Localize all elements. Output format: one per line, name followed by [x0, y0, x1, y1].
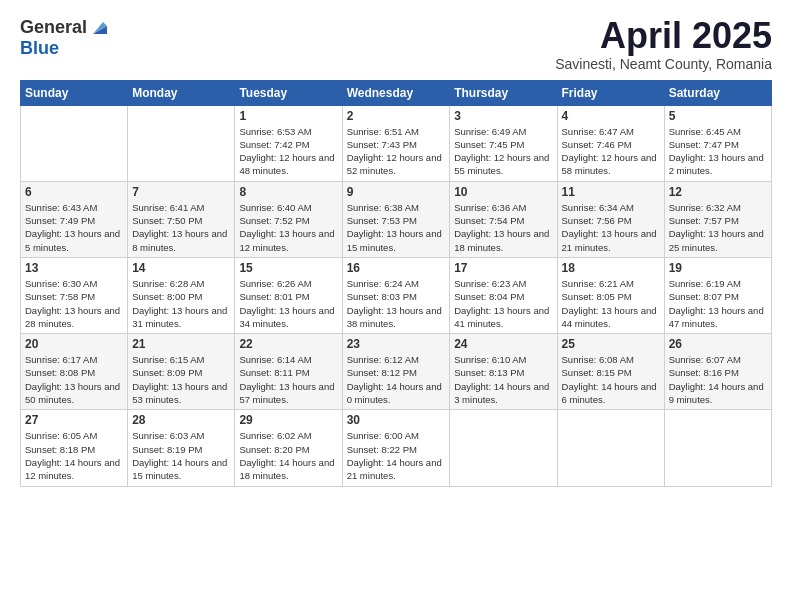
logo-general: General — [20, 17, 87, 38]
day-cell: 17Sunrise: 6:23 AM Sunset: 8:04 PM Dayli… — [450, 257, 557, 333]
title-block: April 2025 Savinesti, Neamt County, Roma… — [555, 16, 772, 72]
day-number: 15 — [239, 261, 337, 275]
day-number: 28 — [132, 413, 230, 427]
day-cell: 12Sunrise: 6:32 AM Sunset: 7:57 PM Dayli… — [664, 181, 771, 257]
day-cell: 22Sunrise: 6:14 AM Sunset: 8:11 PM Dayli… — [235, 334, 342, 410]
header-thursday: Thursday — [450, 80, 557, 105]
day-cell: 20Sunrise: 6:17 AM Sunset: 8:08 PM Dayli… — [21, 334, 128, 410]
header-saturday: Saturday — [664, 80, 771, 105]
day-cell: 9Sunrise: 6:38 AM Sunset: 7:53 PM Daylig… — [342, 181, 450, 257]
day-number: 29 — [239, 413, 337, 427]
day-info: Sunrise: 6:14 AM Sunset: 8:11 PM Dayligh… — [239, 353, 337, 406]
day-info: Sunrise: 6:17 AM Sunset: 8:08 PM Dayligh… — [25, 353, 123, 406]
week-row-1: 6Sunrise: 6:43 AM Sunset: 7:49 PM Daylig… — [21, 181, 772, 257]
day-info: Sunrise: 6:05 AM Sunset: 8:18 PM Dayligh… — [25, 429, 123, 482]
day-number: 11 — [562, 185, 660, 199]
day-info: Sunrise: 6:03 AM Sunset: 8:19 PM Dayligh… — [132, 429, 230, 482]
week-row-3: 20Sunrise: 6:17 AM Sunset: 8:08 PM Dayli… — [21, 334, 772, 410]
day-number: 19 — [669, 261, 767, 275]
header-sunday: Sunday — [21, 80, 128, 105]
day-info: Sunrise: 6:19 AM Sunset: 8:07 PM Dayligh… — [669, 277, 767, 330]
day-number: 23 — [347, 337, 446, 351]
day-cell — [557, 410, 664, 486]
day-number: 16 — [347, 261, 446, 275]
week-row-4: 27Sunrise: 6:05 AM Sunset: 8:18 PM Dayli… — [21, 410, 772, 486]
page: General Blue April 2025 Savinesti, Neamt… — [0, 0, 792, 612]
day-cell: 5Sunrise: 6:45 AM Sunset: 7:47 PM Daylig… — [664, 105, 771, 181]
day-cell: 10Sunrise: 6:36 AM Sunset: 7:54 PM Dayli… — [450, 181, 557, 257]
day-number: 14 — [132, 261, 230, 275]
day-number: 4 — [562, 109, 660, 123]
day-info: Sunrise: 6:45 AM Sunset: 7:47 PM Dayligh… — [669, 125, 767, 178]
day-info: Sunrise: 6:34 AM Sunset: 7:56 PM Dayligh… — [562, 201, 660, 254]
day-info: Sunrise: 6:53 AM Sunset: 7:42 PM Dayligh… — [239, 125, 337, 178]
subtitle: Savinesti, Neamt County, Romania — [555, 56, 772, 72]
day-cell: 8Sunrise: 6:40 AM Sunset: 7:52 PM Daylig… — [235, 181, 342, 257]
day-cell: 3Sunrise: 6:49 AM Sunset: 7:45 PM Daylig… — [450, 105, 557, 181]
day-info: Sunrise: 6:02 AM Sunset: 8:20 PM Dayligh… — [239, 429, 337, 482]
day-number: 7 — [132, 185, 230, 199]
day-cell — [21, 105, 128, 181]
day-cell: 4Sunrise: 6:47 AM Sunset: 7:46 PM Daylig… — [557, 105, 664, 181]
day-cell: 18Sunrise: 6:21 AM Sunset: 8:05 PM Dayli… — [557, 257, 664, 333]
day-info: Sunrise: 6:30 AM Sunset: 7:58 PM Dayligh… — [25, 277, 123, 330]
day-cell: 13Sunrise: 6:30 AM Sunset: 7:58 PM Dayli… — [21, 257, 128, 333]
day-number: 1 — [239, 109, 337, 123]
header-wednesday: Wednesday — [342, 80, 450, 105]
day-cell: 24Sunrise: 6:10 AM Sunset: 8:13 PM Dayli… — [450, 334, 557, 410]
day-number: 3 — [454, 109, 552, 123]
day-info: Sunrise: 6:36 AM Sunset: 7:54 PM Dayligh… — [454, 201, 552, 254]
day-info: Sunrise: 6:43 AM Sunset: 7:49 PM Dayligh… — [25, 201, 123, 254]
day-cell: 1Sunrise: 6:53 AM Sunset: 7:42 PM Daylig… — [235, 105, 342, 181]
day-info: Sunrise: 6:40 AM Sunset: 7:52 PM Dayligh… — [239, 201, 337, 254]
day-info: Sunrise: 6:51 AM Sunset: 7:43 PM Dayligh… — [347, 125, 446, 178]
header: General Blue April 2025 Savinesti, Neamt… — [20, 16, 772, 72]
day-cell: 21Sunrise: 6:15 AM Sunset: 8:09 PM Dayli… — [128, 334, 235, 410]
day-info: Sunrise: 6:21 AM Sunset: 8:05 PM Dayligh… — [562, 277, 660, 330]
day-cell: 11Sunrise: 6:34 AM Sunset: 7:56 PM Dayli… — [557, 181, 664, 257]
day-number: 21 — [132, 337, 230, 351]
day-info: Sunrise: 6:41 AM Sunset: 7:50 PM Dayligh… — [132, 201, 230, 254]
day-info: Sunrise: 6:47 AM Sunset: 7:46 PM Dayligh… — [562, 125, 660, 178]
month-title: April 2025 — [555, 16, 772, 56]
day-number: 10 — [454, 185, 552, 199]
day-info: Sunrise: 6:38 AM Sunset: 7:53 PM Dayligh… — [347, 201, 446, 254]
day-info: Sunrise: 6:15 AM Sunset: 8:09 PM Dayligh… — [132, 353, 230, 406]
day-number: 22 — [239, 337, 337, 351]
day-info: Sunrise: 6:10 AM Sunset: 8:13 PM Dayligh… — [454, 353, 552, 406]
logo: General Blue — [20, 16, 111, 59]
calendar-table: Sunday Monday Tuesday Wednesday Thursday… — [20, 80, 772, 487]
day-cell: 29Sunrise: 6:02 AM Sunset: 8:20 PM Dayli… — [235, 410, 342, 486]
day-info: Sunrise: 6:24 AM Sunset: 8:03 PM Dayligh… — [347, 277, 446, 330]
day-number: 30 — [347, 413, 446, 427]
week-row-2: 13Sunrise: 6:30 AM Sunset: 7:58 PM Dayli… — [21, 257, 772, 333]
day-cell: 6Sunrise: 6:43 AM Sunset: 7:49 PM Daylig… — [21, 181, 128, 257]
day-cell: 23Sunrise: 6:12 AM Sunset: 8:12 PM Dayli… — [342, 334, 450, 410]
day-cell: 16Sunrise: 6:24 AM Sunset: 8:03 PM Dayli… — [342, 257, 450, 333]
day-cell: 2Sunrise: 6:51 AM Sunset: 7:43 PM Daylig… — [342, 105, 450, 181]
day-cell — [664, 410, 771, 486]
day-cell: 27Sunrise: 6:05 AM Sunset: 8:18 PM Dayli… — [21, 410, 128, 486]
calendar-header-row: Sunday Monday Tuesday Wednesday Thursday… — [21, 80, 772, 105]
day-cell: 19Sunrise: 6:19 AM Sunset: 8:07 PM Dayli… — [664, 257, 771, 333]
day-cell: 28Sunrise: 6:03 AM Sunset: 8:19 PM Dayli… — [128, 410, 235, 486]
day-info: Sunrise: 6:32 AM Sunset: 7:57 PM Dayligh… — [669, 201, 767, 254]
day-number: 20 — [25, 337, 123, 351]
day-cell: 26Sunrise: 6:07 AM Sunset: 8:16 PM Dayli… — [664, 334, 771, 410]
header-tuesday: Tuesday — [235, 80, 342, 105]
day-info: Sunrise: 6:00 AM Sunset: 8:22 PM Dayligh… — [347, 429, 446, 482]
day-info: Sunrise: 6:23 AM Sunset: 8:04 PM Dayligh… — [454, 277, 552, 330]
day-info: Sunrise: 6:49 AM Sunset: 7:45 PM Dayligh… — [454, 125, 552, 178]
day-info: Sunrise: 6:28 AM Sunset: 8:00 PM Dayligh… — [132, 277, 230, 330]
day-cell: 14Sunrise: 6:28 AM Sunset: 8:00 PM Dayli… — [128, 257, 235, 333]
day-cell: 30Sunrise: 6:00 AM Sunset: 8:22 PM Dayli… — [342, 410, 450, 486]
day-number: 9 — [347, 185, 446, 199]
day-cell — [450, 410, 557, 486]
day-number: 13 — [25, 261, 123, 275]
day-cell: 7Sunrise: 6:41 AM Sunset: 7:50 PM Daylig… — [128, 181, 235, 257]
header-friday: Friday — [557, 80, 664, 105]
day-info: Sunrise: 6:26 AM Sunset: 8:01 PM Dayligh… — [239, 277, 337, 330]
header-monday: Monday — [128, 80, 235, 105]
logo-blue: Blue — [20, 38, 59, 59]
day-number: 24 — [454, 337, 552, 351]
